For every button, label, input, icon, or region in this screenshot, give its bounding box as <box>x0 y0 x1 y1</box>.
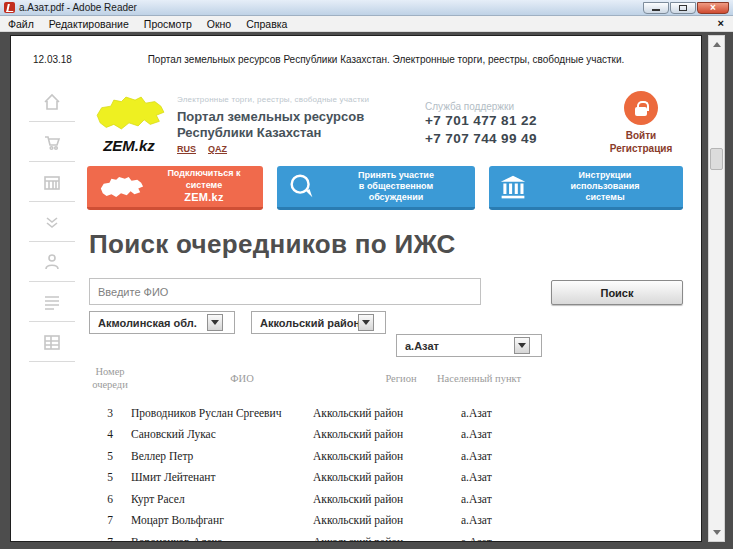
lang-rus-link[interactable]: RUS <box>177 144 196 154</box>
banner-connect-zem[interactable]: Подключиться к системе ZEM.kz <box>87 166 263 210</box>
vertical-scrollbar[interactable] <box>708 35 725 542</box>
brand-block: Электронные торги, реестры, свободные уч… <box>177 95 402 154</box>
table-header-row: Номер очереди ФИО Регион Населенный пунк… <box>89 364 664 394</box>
banner-instructions[interactable]: Инструкции использования системы <box>489 166 683 210</box>
cell-region: Аккольский район <box>313 407 461 419</box>
banner-connect-label: Подключиться к системе ZEM.kz <box>151 168 263 204</box>
table-row: 5Веллер ПетрАккольский района.Азат <box>89 445 664 467</box>
sidebar-item-calendar[interactable] <box>29 162 75 202</box>
login-link[interactable]: Войти <box>600 130 682 141</box>
cell-place: а.Азат <box>461 471 609 483</box>
cell-region: Аккольский район <box>313 514 461 526</box>
sidebar-item-person[interactable] <box>29 242 75 282</box>
scrollbar-thumb[interactable] <box>710 148 723 170</box>
site-header: ZEM.kz Электронные торги, реестры, свобо… <box>87 91 687 169</box>
window-title: a.Азат.pdf - Adobe Reader <box>19 2 137 13</box>
maximize-button[interactable] <box>670 2 696 14</box>
menu-window[interactable]: Окно <box>207 18 231 30</box>
cell-num: 5 <box>89 450 131 462</box>
queue-table: Номер очереди ФИО Регион Населенный пунк… <box>89 364 664 542</box>
table-row: 6Курт РаселАккольский района.Азат <box>89 488 664 510</box>
search-button[interactable]: Поиск <box>551 280 683 305</box>
document-area: 12.03.18 Портал земельных ресурсов Респу… <box>0 32 733 548</box>
auth-block: Войти Регистрация <box>600 91 682 154</box>
support-block: Служба поддержки +7 701 477 81 22 +7 707… <box>425 101 537 148</box>
sidebar-item-table[interactable] <box>29 322 75 362</box>
lang-qaz-link[interactable]: QAZ <box>208 144 227 154</box>
menu-view[interactable]: Просмотр <box>144 18 192 30</box>
chevron-down-icon[interactable] <box>207 314 223 331</box>
cell-num: 4 <box>89 428 131 440</box>
banner-public-discussion[interactable]: Принять участие в общественном обсуждени… <box>277 166 475 210</box>
brand-title: Портал земельных ресурсов Республики Каз… <box>177 109 392 140</box>
banner-row: Подключиться к системе ZEM.kz Принять уч… <box>87 166 683 210</box>
list-icon <box>42 292 62 312</box>
cell-fio: Вороненков Алекс <box>131 536 313 542</box>
person-icon <box>42 252 62 272</box>
support-phone-1: +7 701 477 81 22 <box>425 112 537 130</box>
cell-place: а.Азат <box>461 514 609 526</box>
maximize-icon <box>679 5 687 11</box>
menu-edit[interactable]: Редактирование <box>49 18 129 30</box>
support-label: Служба поддержки <box>425 101 537 112</box>
table-row: 7Вороненков АлексАккольский района.Азат <box>89 531 664 542</box>
login-lock-button[interactable] <box>624 91 658 125</box>
cell-num: 7 <box>89 536 131 542</box>
sidebar-item-home[interactable] <box>29 82 75 122</box>
cell-fio: Шмит Лейтенант <box>131 471 313 483</box>
cell-fio: Проводников Руслан Сргеевич <box>131 407 313 419</box>
kazakhstan-map-logo-icon <box>91 91 167 135</box>
cell-num: 5 <box>89 471 131 483</box>
cell-region: Аккольский район <box>313 450 461 462</box>
page-title: Поиск очередников по ИЖС <box>89 229 456 260</box>
sidebar-item-expand[interactable] <box>29 202 75 242</box>
header-fio: ФИО <box>151 373 333 386</box>
cell-num: 6 <box>89 493 131 505</box>
close-button[interactable]: × <box>697 2 729 14</box>
cell-fio: Веллер Петр <box>131 450 313 462</box>
chevron-double-down-icon <box>42 212 62 232</box>
site-sidebar <box>29 82 75 362</box>
sidebar-item-cart[interactable] <box>29 122 75 162</box>
table-row: 3Проводников Руслан СргеевичАккольский р… <box>89 402 664 424</box>
settlement-select[interactable]: а.Азат <box>396 334 542 357</box>
minimize-button[interactable] <box>643 2 669 14</box>
chevron-down-icon[interactable] <box>358 314 374 331</box>
close-icon: × <box>710 3 716 13</box>
cart-icon <box>42 132 62 152</box>
menu-bar: Файл Редактирование Просмотр Окно Справк… <box>0 16 733 32</box>
cell-region: Аккольский район <box>313 536 461 542</box>
cell-num: 7 <box>89 514 131 526</box>
register-link[interactable]: Регистрация <box>600 143 682 154</box>
chevron-down-icon[interactable] <box>514 337 530 354</box>
menu-help[interactable]: Справка <box>246 18 287 30</box>
adobe-reader-window: a.Азат.pdf - Adobe Reader × Файл Редакти… <box>0 0 733 549</box>
district-select[interactable]: Аккольский район <box>251 311 386 334</box>
scroll-up-icon[interactable] <box>709 37 724 52</box>
cell-place: а.Азат <box>461 428 609 440</box>
pdf-page: 12.03.18 Портал земельных ресурсов Респу… <box>10 35 702 542</box>
title-bar: a.Азат.pdf - Adobe Reader × <box>0 0 733 16</box>
region-select[interactable]: Акмолинская обл. <box>89 311 235 334</box>
lock-icon <box>635 107 647 116</box>
scroll-down-icon[interactable] <box>709 525 724 540</box>
header-queue-number: Номер очереди <box>89 366 131 391</box>
cell-place: а.Азат <box>461 536 609 542</box>
menu-file[interactable]: Файл <box>8 18 34 30</box>
cell-region: Аккольский район <box>313 493 461 505</box>
region-select-value: Акмолинская обл. <box>98 317 197 329</box>
sidebar-item-list[interactable] <box>29 282 75 322</box>
home-icon <box>42 92 62 112</box>
banner-discussion-label: Принять участие в общественном обсуждени… <box>323 170 475 204</box>
speech-bubble-icon <box>287 172 317 202</box>
banner-instructions-label: Инструкции использования системы <box>533 170 683 204</box>
toolbar-close-icon[interactable]: × <box>718 17 724 29</box>
bank-building-icon <box>499 173 527 201</box>
cell-fio: Сановский Лукас <box>131 428 313 440</box>
table-row: 4Сановский ЛукасАккольский района.Азат <box>89 424 664 446</box>
cell-num: 3 <box>89 407 131 419</box>
search-input[interactable] <box>89 278 481 305</box>
zem-logo[interactable]: ZEM.kz <box>87 91 171 154</box>
kazakhstan-map-icon <box>97 172 145 202</box>
adobe-reader-icon <box>4 2 15 13</box>
